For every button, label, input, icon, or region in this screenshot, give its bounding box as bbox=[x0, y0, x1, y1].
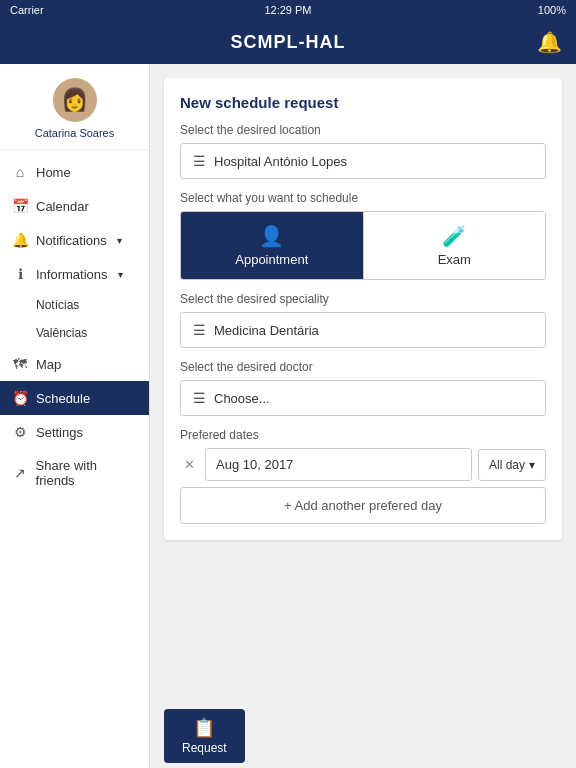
home-icon: ⌂ bbox=[12, 164, 28, 180]
sidebar-item-schedule[interactable]: ⏰ Schedule bbox=[0, 381, 149, 415]
app-header: SCMPL-HAL 🔔 bbox=[0, 20, 576, 64]
date-input[interactable]: Aug 10, 2017 bbox=[205, 448, 472, 481]
bell-icon[interactable]: 🔔 bbox=[537, 30, 562, 54]
main-content: New schedule request Select the desired … bbox=[150, 64, 576, 768]
chevron-allday-icon: ▾ bbox=[529, 458, 535, 472]
info-icon: ℹ bbox=[12, 266, 28, 282]
sidebar-item-noticias[interactable]: Notícias bbox=[0, 291, 149, 319]
sidebar-item-home-label: Home bbox=[36, 165, 71, 180]
notifications-icon: 🔔 bbox=[12, 232, 28, 248]
card-title: New schedule request bbox=[180, 94, 546, 111]
sidebar-nav: ⌂ Home 📅 Calendar 🔔 Notifications ▾ ℹ In… bbox=[0, 150, 149, 768]
valencias-label: Valências bbox=[36, 326, 87, 340]
sidebar-item-settings-label: Settings bbox=[36, 425, 83, 440]
sidebar-item-settings[interactable]: ⚙ Settings bbox=[0, 415, 149, 449]
app-body: 👩 Catarina Soares ⌂ Home 📅 Calendar 🔔 No… bbox=[0, 64, 576, 768]
location-select[interactable]: ☰ Hospital António Lopes bbox=[180, 143, 546, 179]
schedule-icon: ⏰ bbox=[12, 390, 28, 406]
schedule-card: New schedule request Select the desired … bbox=[164, 78, 562, 540]
doctor-label: Select the desired doctor bbox=[180, 360, 546, 374]
carrier-label: Carrier bbox=[10, 4, 44, 16]
sidebar: 👩 Catarina Soares ⌂ Home 📅 Calendar 🔔 No… bbox=[0, 64, 150, 768]
map-icon: 🗺 bbox=[12, 356, 28, 372]
time-label: 12:29 PM bbox=[264, 4, 311, 16]
list-icon-location: ☰ bbox=[193, 153, 206, 169]
remove-date-button[interactable]: ✕ bbox=[180, 455, 199, 474]
sidebar-item-map[interactable]: 🗺 Map bbox=[0, 347, 149, 381]
sidebar-item-share-label: Share with friends bbox=[36, 458, 137, 488]
bottom-bar: 📋 Request bbox=[150, 704, 576, 768]
chevron-down-icon-2: ▾ bbox=[118, 269, 123, 280]
sidebar-item-schedule-label: Schedule bbox=[36, 391, 90, 406]
appointment-button[interactable]: 👤 Appointment bbox=[181, 212, 363, 279]
request-label: Request bbox=[182, 741, 227, 755]
sidebar-item-home[interactable]: ⌂ Home bbox=[0, 155, 149, 189]
schedule-type-toggle: 👤 Appointment 🧪 Exam bbox=[180, 211, 546, 280]
request-icon: 📋 bbox=[193, 717, 215, 739]
sidebar-item-informations-label: Informations bbox=[36, 267, 108, 282]
preferred-dates-label: Prefered dates bbox=[180, 428, 546, 442]
battery-label: 100% bbox=[538, 4, 566, 16]
request-button[interactable]: 📋 Request bbox=[164, 709, 245, 763]
list-icon-speciality: ☰ bbox=[193, 322, 206, 338]
app-title: SCMPL-HAL bbox=[231, 32, 346, 53]
all-day-label: All day bbox=[489, 458, 525, 472]
all-day-toggle[interactable]: All day ▾ bbox=[478, 449, 546, 481]
doctor-value: Choose... bbox=[214, 391, 270, 406]
date-row: ✕ Aug 10, 2017 All day ▾ bbox=[180, 448, 546, 481]
calendar-icon: 📅 bbox=[12, 198, 28, 214]
user-profile-area: 👩 Catarina Soares bbox=[0, 64, 149, 150]
speciality-select[interactable]: ☰ Medicina Dentária bbox=[180, 312, 546, 348]
share-icon: ↗ bbox=[12, 465, 28, 481]
speciality-value: Medicina Dentária bbox=[214, 323, 319, 338]
chevron-down-icon: ▾ bbox=[117, 235, 122, 246]
exam-button[interactable]: 🧪 Exam bbox=[364, 212, 546, 279]
appointment-label: Appointment bbox=[235, 252, 308, 267]
user-name: Catarina Soares bbox=[35, 127, 115, 139]
noticias-label: Notícias bbox=[36, 298, 79, 312]
gear-icon: ⚙ bbox=[12, 424, 28, 440]
sidebar-item-valencias[interactable]: Valências bbox=[0, 319, 149, 347]
sidebar-item-informations[interactable]: ℹ Informations ▾ bbox=[0, 257, 149, 291]
sidebar-item-calendar-label: Calendar bbox=[36, 199, 89, 214]
exam-icon: 🧪 bbox=[442, 224, 467, 248]
sidebar-item-calendar[interactable]: 📅 Calendar bbox=[0, 189, 149, 223]
exam-label: Exam bbox=[438, 252, 471, 267]
location-label: Select the desired location bbox=[180, 123, 546, 137]
add-day-button[interactable]: + Add another prefered day bbox=[180, 487, 546, 524]
location-value: Hospital António Lopes bbox=[214, 154, 347, 169]
sidebar-item-share[interactable]: ↗ Share with friends bbox=[0, 449, 149, 497]
speciality-label: Select the desired speciality bbox=[180, 292, 546, 306]
appointment-icon: 👤 bbox=[259, 224, 284, 248]
sidebar-item-notifications[interactable]: 🔔 Notifications ▾ bbox=[0, 223, 149, 257]
avatar[interactable]: 👩 bbox=[53, 78, 97, 122]
sidebar-item-map-label: Map bbox=[36, 357, 61, 372]
list-icon-doctor: ☰ bbox=[193, 390, 206, 406]
doctor-select[interactable]: ☰ Choose... bbox=[180, 380, 546, 416]
sidebar-item-notifications-label: Notifications bbox=[36, 233, 107, 248]
status-bar: Carrier 12:29 PM 100% bbox=[0, 0, 576, 20]
schedule-type-label: Select what you want to schedule bbox=[180, 191, 546, 205]
